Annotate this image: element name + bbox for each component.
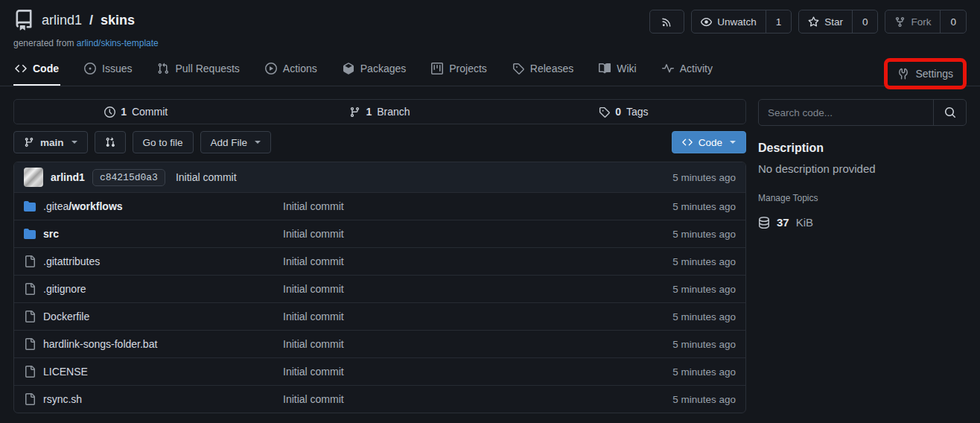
manage-topics-link[interactable]: Manage Topics [758,193,818,203]
repo-name[interactable]: skins [101,13,135,28]
repo-nav: Code Issues Pull Requests Actions Packag… [13,54,967,86]
template-link[interactable]: arlind/skins-template [77,38,159,48]
search-button[interactable] [933,100,966,125]
branch-name: main [40,137,64,148]
repo-separator: / [89,13,93,28]
unwatch-label: Unwatch [717,16,757,28]
tab-settings[interactable]: Settings [897,68,953,80]
tab-label: Activity [680,63,713,74]
commit-author[interactable]: arlind1 [51,171,85,183]
row-time: 5 minutes ago [672,256,736,267]
repo-header: arlind1 / skins Unwatch 1 Star [0,0,980,86]
repo-actions: Unwatch 1 Star 0 Fork 0 [649,10,967,34]
file-name: Dockerfile [43,311,89,322]
tab-label: Pull Requests [175,63,239,74]
file-link[interactable]: hardlink-songs-folder.bat [24,338,283,350]
projects-icon [431,63,443,74]
tab-pull-requests[interactable]: Pull Requests [156,55,241,86]
repo-title: arlind1 / skins [13,10,135,31]
code-download-button[interactable]: Code [672,131,746,153]
table-row: hardlink-songs-folder.bat Initial commit… [14,330,745,357]
row-commit-message[interactable]: Initial commit [283,311,672,322]
branches-stat[interactable]: 1 Branch [258,100,501,124]
row-commit-message[interactable]: Initial commit [283,366,672,378]
tab-packages[interactable]: Packages [341,55,407,86]
repo-size-value: 37 [777,216,789,229]
tab-code[interactable]: Code [13,55,60,86]
row-commit-message[interactable]: Initial commit [283,228,672,240]
row-time: 5 minutes ago [672,366,736,378]
file-name: hardlink-songs-folder.bat [43,338,157,350]
tab-label: Settings [915,68,953,80]
file-link[interactable]: rsync.sh [24,393,283,405]
avatar[interactable] [24,168,43,187]
watchers-count[interactable]: 1 [766,10,792,33]
tab-issues[interactable]: Issues [83,55,133,86]
file-name: /workflows [69,200,122,212]
file-link[interactable]: LICENSE [24,366,283,378]
code-icon [15,63,27,74]
table-row: LICENSE Initial commit 5 minutes ago [14,357,745,385]
unwatch-button[interactable]: Unwatch [692,10,766,33]
activity-icon [662,63,674,74]
fork-label: Fork [911,16,931,28]
search-icon [944,106,956,118]
forks-count[interactable]: 0 [940,10,966,33]
file-icon [24,283,36,295]
go-to-file-button[interactable]: Go to file [133,131,194,153]
branch-icon [24,137,34,147]
branch-icon [349,106,360,118]
tab-releases[interactable]: Releases [511,55,575,86]
row-commit-message[interactable]: Initial commit [283,393,672,405]
file-link[interactable]: .gitea/workflows [24,200,283,212]
rss-button[interactable] [649,10,684,34]
repo-owner[interactable]: arlind1 [42,13,82,28]
tab-actions[interactable]: Actions [264,55,319,86]
row-time: 5 minutes ago [672,284,736,295]
row-commit-message[interactable]: Initial commit [283,255,672,267]
table-row: .gitignore Initial commit 5 minutes ago [14,275,745,302]
tags-stat[interactable]: 0 Tags [502,100,745,124]
commit-hash[interactable]: c84215d0a3 [92,169,165,186]
file-icon [24,311,36,322]
file-link[interactable]: .gitignore [24,283,283,295]
latest-commit-row: arlind1 c84215d0a3 Initial commit 5 minu… [14,162,745,192]
tab-wiki[interactable]: Wiki [597,55,637,86]
code-icon [682,137,693,147]
search-input[interactable] [759,100,933,125]
compare-icon [105,137,115,147]
fork-button[interactable]: Fork [885,10,940,33]
star-icon [808,16,819,28]
row-commit-message[interactable]: Initial commit [283,283,672,295]
stars-count[interactable]: 0 [852,10,878,33]
folder-icon [24,200,36,212]
add-file-button[interactable]: Add File [200,131,272,153]
file-table: arlind1 c84215d0a3 Initial commit 5 minu… [13,162,746,413]
repo-size-unit: KiB [796,216,813,229]
stat-label: Branch [377,106,410,118]
stat-count: 1 [366,106,372,118]
tab-projects[interactable]: Projects [430,55,489,86]
tab-label: Projects [449,63,487,74]
compare-button[interactable] [95,131,126,153]
fork-icon [894,16,906,28]
commits-stat[interactable]: 1 Commit [14,100,258,124]
row-commit-message[interactable]: Initial commit [283,338,672,350]
row-commit-message[interactable]: Initial commit [283,200,672,212]
star-button-group: Star 0 [798,10,878,34]
table-row: Dockerfile Initial commit 5 minutes ago [14,302,745,330]
file-link[interactable]: src [24,228,283,240]
file-link[interactable]: .gitattributes [24,255,283,267]
settings-annotation-box: Settings [884,58,967,89]
branch-selector[interactable]: main [13,131,88,153]
commit-message[interactable]: Initial commit [176,171,237,183]
file-name: rsync.sh [43,393,82,405]
commit-history-icon [104,106,115,118]
file-link[interactable]: Dockerfile [24,311,283,322]
chevron-down-icon [730,141,736,144]
star-button[interactable]: Star [799,10,852,33]
row-time: 5 minutes ago [672,394,736,405]
code-toolbar: main Go to file Add File Code [13,131,746,153]
tab-label: Releases [530,63,573,74]
tab-activity[interactable]: Activity [661,55,714,86]
